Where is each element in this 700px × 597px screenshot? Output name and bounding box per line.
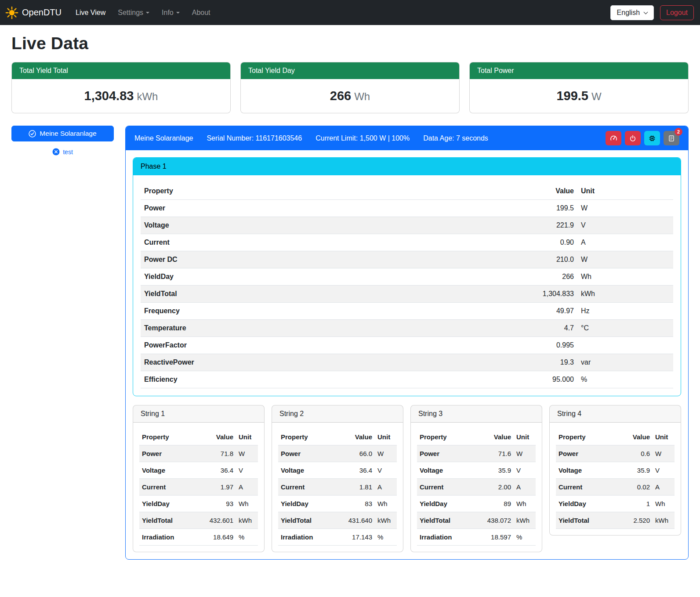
row-value: 18.597: [477, 529, 514, 546]
nav-item-about[interactable]: About: [186, 5, 217, 20]
table-row: Current 1.81 A: [278, 479, 397, 496]
phase-table-head: Property Value Unit: [141, 183, 673, 200]
table-row: Power 0.6 W: [556, 445, 675, 462]
row-value: 89: [477, 496, 514, 512]
row-value: 2.00: [477, 479, 514, 496]
row-unit: A: [577, 234, 673, 251]
sidebar-item-label: Meine Solaranlage: [40, 130, 96, 137]
row-value: 71.8: [199, 445, 236, 462]
row-property: Voltage: [141, 217, 485, 234]
row-unit: %: [375, 529, 397, 546]
table-row: YieldTotal 432.601 kWh: [139, 512, 258, 529]
col-value: Value: [338, 429, 375, 445]
col-property: Property: [141, 183, 485, 200]
row-property: YieldDay: [141, 268, 485, 286]
row-property: Irradiation: [417, 529, 477, 546]
nav-item-info[interactable]: Info: [156, 5, 186, 20]
phase-table: Property Value Unit Power: [141, 183, 673, 388]
row-unit: Wh: [577, 268, 673, 286]
row-property: Power: [141, 200, 485, 217]
string-table: Property Value Unit Power: [417, 429, 536, 546]
sidebar-item-test[interactable]: test: [11, 148, 114, 156]
table-header-row: Property Value Unit: [278, 429, 397, 445]
chevron-down-icon: [176, 12, 180, 14]
row-value: 1: [616, 496, 653, 512]
row-property: YieldDay: [417, 496, 477, 512]
language-label: English: [617, 9, 640, 17]
row-property: Temperature: [141, 320, 485, 337]
string-table-body: Power 71.8 W Voltage 36.4 V: [139, 445, 258, 546]
summary-card-title: Total Yield Total: [12, 62, 230, 79]
row-unit: Wh: [236, 496, 258, 512]
string-body: Property Value Unit Power: [133, 423, 264, 552]
sidebar-item-meine-solaranlage[interactable]: Meine Solaranlage: [11, 126, 114, 141]
row-value: 1.81: [338, 479, 375, 496]
row-unit: A: [514, 479, 536, 496]
row-value: 36.4: [338, 462, 375, 479]
inverter-card: Meine Solaranlage Serial Number: 1161716…: [125, 126, 689, 560]
table-row: Current 1.97 A: [139, 479, 258, 496]
sidebar-item-label: test: [63, 148, 73, 156]
row-property: Current: [417, 479, 477, 496]
row-unit: Wh: [514, 496, 536, 512]
x-circle-icon: [52, 148, 60, 156]
summary-card-body: 1,304.83kWh: [12, 79, 230, 113]
event-log-button[interactable]: 2: [664, 131, 679, 145]
inverter-header: Meine Solaranlage Serial Number: 1161716…: [126, 126, 688, 150]
table-row: YieldDay 93 Wh: [139, 496, 258, 512]
summary-card-body: 199.5W: [470, 79, 688, 113]
table-row: Irradiation 18.649 %: [139, 529, 258, 546]
col-unit: Unit: [375, 429, 397, 445]
row-unit: W: [236, 445, 258, 462]
brand[interactable]: OpenDTU: [5, 6, 62, 19]
nav-item-live-view[interactable]: Live View: [69, 5, 112, 20]
language-selector[interactable]: English: [610, 5, 654, 20]
row-unit: W: [577, 251, 673, 268]
row-value: 210.0: [485, 251, 577, 268]
power-control-button[interactable]: [625, 131, 641, 145]
navbar: OpenDTU Live View Settings Info About En…: [0, 0, 700, 25]
table-row: Current 0.02 A: [556, 479, 675, 496]
limit-settings-button[interactable]: [606, 131, 621, 145]
summary-cards: Total Yield Total 1,304.83kWh Total Yiel…: [11, 62, 689, 113]
nav-links: Live View Settings Info About: [69, 5, 217, 20]
row-property: Voltage: [556, 462, 616, 479]
table-row: Current 2.00 A: [417, 479, 536, 496]
string-table: Property Value Unit Power: [556, 429, 675, 529]
device-info-button[interactable]: [644, 131, 660, 145]
row-unit: %: [514, 529, 536, 546]
row-property: YieldTotal: [417, 512, 477, 529]
row-unit: W: [653, 445, 675, 462]
string-table: Property Value Unit Power: [278, 429, 397, 546]
string-card-4: String 4 Property Value Unit: [549, 405, 681, 535]
table-row: YieldTotal 1,304.833 kWh: [141, 286, 673, 303]
row-property: Current: [556, 479, 616, 496]
row-unit: °C: [577, 320, 673, 337]
row-property: Power DC: [141, 251, 485, 268]
table-row: PowerFactor 0.995: [141, 337, 673, 354]
string-card-2: String 2 Property Value Unit: [272, 405, 403, 552]
nav-right: English Logout: [610, 5, 694, 20]
table-row: Voltage 36.4 V: [278, 462, 397, 479]
nav-item-settings[interactable]: Settings: [112, 5, 156, 20]
table-row: Current 0.90 A: [141, 234, 673, 251]
col-property: Property: [417, 429, 477, 445]
row-unit: kWh: [375, 512, 397, 529]
current-limit: Current Limit: 1,500 W | 100%: [316, 134, 410, 142]
table-row: Power DC 210.0 W: [141, 251, 673, 268]
string-body: Property Value Unit Power: [411, 423, 542, 552]
row-property: YieldDay: [139, 496, 199, 512]
chevron-down-icon: [644, 10, 648, 14]
row-property: YieldTotal: [139, 512, 199, 529]
logout-button[interactable]: Logout: [660, 5, 694, 20]
row-value: 199.5: [485, 200, 577, 217]
string-title: String 4: [550, 405, 681, 423]
summary-card-body: 266Wh: [241, 79, 459, 113]
nav-item-label: Live View: [76, 9, 105, 16]
row-unit: W: [514, 445, 536, 462]
row-unit: V: [653, 462, 675, 479]
check-circle-icon: [29, 130, 36, 137]
row-property: Voltage: [417, 462, 477, 479]
table-row: YieldTotal 431.640 kWh: [278, 512, 397, 529]
row-property: YieldTotal: [278, 512, 338, 529]
